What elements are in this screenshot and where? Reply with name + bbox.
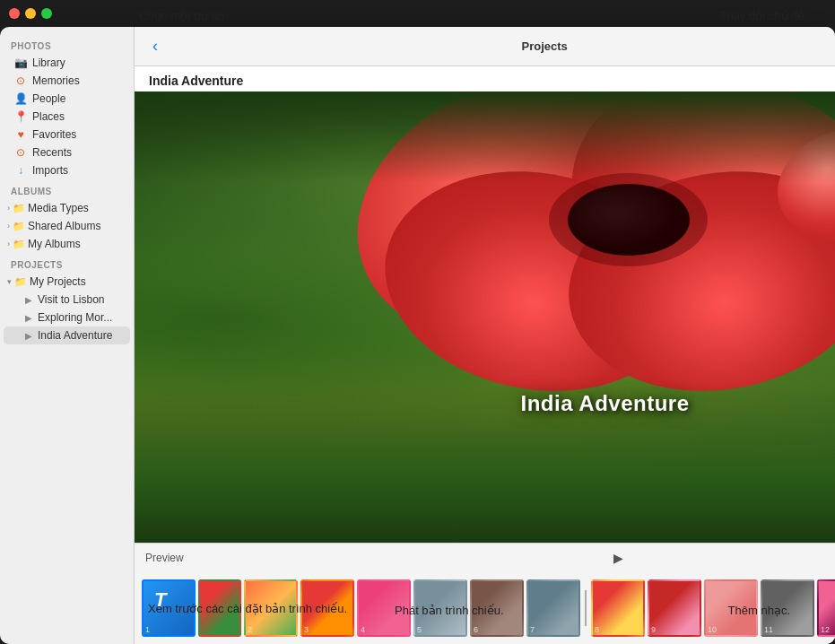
sidebar-label-exploring: Exploring Mor... bbox=[38, 311, 112, 324]
chevron-my-projects: ▾ bbox=[7, 277, 12, 286]
sidebar-group-my-projects[interactable]: ▾ 📁 My Projects bbox=[0, 273, 134, 291]
gap-line bbox=[585, 590, 587, 626]
sidebar-section-albums: Albums bbox=[0, 179, 134, 199]
preview-bar: Preview ▶ ↺ bbox=[135, 544, 835, 572]
sidebar-label-library: Library bbox=[32, 57, 65, 69]
sidebar-label-my-projects: My Projects bbox=[30, 275, 86, 288]
filmstrip-slide-1[interactable]: 1 bbox=[142, 579, 196, 637]
sidebar: Photos 📷 Library ⊙ Memories 👤 People 📍 P… bbox=[0, 27, 135, 644]
folder-icon-shared: 📁 bbox=[13, 221, 25, 232]
sidebar-label-my-albums: My Albums bbox=[28, 238, 81, 250]
sidebar-item-people[interactable]: 👤 People bbox=[4, 90, 130, 108]
main-content: ‹ Projects Export 🔍 India Adventure 44 s… bbox=[135, 27, 835, 644]
sidebar-label-people: People bbox=[32, 92, 65, 105]
fullscreen-button[interactable] bbox=[41, 8, 52, 19]
folder-icon-media: 📁 bbox=[13, 203, 25, 214]
filmstrip-slide-10[interactable]: 10 bbox=[704, 579, 758, 637]
sidebar-item-memories[interactable]: ⊙ Memories bbox=[4, 72, 130, 90]
gap-indicator bbox=[583, 579, 588, 637]
sidebar-item-favorites[interactable]: ♥ Favorites bbox=[4, 126, 130, 144]
places-icon: 📍 bbox=[14, 110, 27, 123]
slide-num-8: 8 bbox=[595, 625, 599, 634]
project-header: India Adventure 44 slides · 2:38m bbox=[135, 66, 835, 91]
minimize-button[interactable] bbox=[25, 8, 36, 19]
sidebar-label-lisbon: Visit to Lisbon bbox=[38, 293, 105, 306]
sidebar-section-photos: Photos bbox=[0, 34, 134, 54]
filmstrip-slide-1b[interactable] bbox=[198, 579, 241, 637]
slideshow-image: India Adventure bbox=[135, 91, 835, 543]
poppy-center bbox=[568, 184, 690, 256]
filmstrip-slide-3[interactable]: 3 bbox=[300, 579, 354, 637]
sidebar-item-exploring[interactable]: ▶ Exploring Mor... bbox=[4, 309, 130, 326]
titlebar bbox=[0, 0, 835, 27]
filmstrip-slide-9[interactable]: 9 bbox=[648, 579, 701, 637]
recents-icon: ⊙ bbox=[14, 146, 27, 159]
slide-num-9: 9 bbox=[651, 625, 656, 634]
slide-num-10: 10 bbox=[708, 625, 717, 634]
people-icon: 👤 bbox=[14, 92, 27, 105]
sidebar-label-places: Places bbox=[32, 110, 65, 123]
slideshow-icon-exploring: ▶ bbox=[25, 313, 32, 323]
folder-icon-projects: 📁 bbox=[14, 276, 27, 288]
sidebar-label-recents: Recents bbox=[32, 146, 72, 159]
library-icon: 📷 bbox=[14, 57, 27, 69]
sidebar-label-favorites: Favorites bbox=[32, 128, 76, 141]
filmstrip-slide-4[interactable]: 4 bbox=[357, 579, 411, 637]
slide-title-overlay: India Adventure bbox=[521, 391, 690, 416]
filmstrip-slide-11[interactable]: 11 bbox=[761, 579, 814, 637]
slideshow-icon-india: ▶ bbox=[25, 331, 32, 341]
play-button[interactable]: ▶ bbox=[607, 547, 629, 569]
foliage-top bbox=[135, 91, 835, 182]
toolbar-title: Projects bbox=[172, 39, 835, 53]
imports-icon: ↓ bbox=[14, 164, 27, 177]
slide-num-2: 2 bbox=[248, 625, 252, 634]
sidebar-group-my-albums[interactable]: › 📁 My Albums bbox=[0, 235, 134, 253]
project-title: India Adventure bbox=[149, 74, 243, 88]
preview-label[interactable]: Preview bbox=[145, 552, 184, 564]
slideshow-area: India Adventure bbox=[135, 91, 835, 543]
slide-num-4: 4 bbox=[361, 625, 365, 634]
slide-num-1: 1 bbox=[145, 625, 150, 634]
slide-num-11: 11 bbox=[764, 625, 773, 634]
sidebar-item-recents[interactable]: ⊙ Recents bbox=[4, 144, 130, 161]
sidebar-item-imports[interactable]: ↓ Imports bbox=[4, 161, 130, 179]
sidebar-item-visit-lisbon[interactable]: ▶ Visit to Lisbon bbox=[4, 291, 130, 309]
filmstrip-slide-12[interactable]: 12 bbox=[817, 579, 835, 637]
sidebar-label-imports: Imports bbox=[32, 164, 68, 177]
back-button[interactable]: ‹ bbox=[149, 37, 161, 56]
slide-num-6: 6 bbox=[474, 625, 478, 634]
sidebar-group-shared-albums[interactable]: › 📁 Shared Albums bbox=[0, 217, 134, 235]
sidebar-label-memories: Memories bbox=[32, 74, 80, 87]
close-button[interactable] bbox=[9, 8, 20, 19]
slide-num-7: 7 bbox=[530, 625, 535, 634]
slideshow-icon-lisbon: ▶ bbox=[25, 295, 32, 305]
bottom-area: Preview ▶ ↺ 1 2 3 bbox=[135, 543, 835, 644]
slide-num-12: 12 bbox=[821, 625, 830, 634]
slide-num-3: 3 bbox=[304, 625, 309, 634]
slide-num-5: 5 bbox=[417, 625, 422, 634]
sidebar-group-media-types[interactable]: › 📁 Media Types bbox=[0, 199, 134, 217]
filmstrip-slide-5[interactable]: 5 bbox=[413, 579, 467, 637]
favorites-icon: ♥ bbox=[14, 128, 27, 141]
sidebar-item-library[interactable]: 📷 Library bbox=[4, 54, 130, 72]
filmstrip-slide-6[interactable]: 6 bbox=[470, 579, 524, 637]
memories-icon: ⊙ bbox=[14, 74, 27, 87]
filmstrip-slide-8[interactable]: 8 bbox=[591, 579, 645, 637]
folder-icon-my-albums: 📁 bbox=[13, 239, 25, 250]
filmstrip: 1 2 3 4 5 6 7 bbox=[135, 572, 835, 644]
foliage-bottom bbox=[135, 385, 835, 543]
sidebar-section-projects: Projects bbox=[0, 253, 134, 273]
chevron-my-albums: › bbox=[7, 239, 10, 248]
filmstrip-slide-7[interactable]: 7 bbox=[526, 579, 580, 637]
sidebar-label-media-types: Media Types bbox=[28, 202, 89, 214]
sidebar-label-india: India Adventure bbox=[38, 329, 112, 342]
sidebar-item-india-adventure[interactable]: ▶ India Adventure bbox=[4, 326, 130, 344]
chevron-media-types: › bbox=[7, 204, 10, 213]
sidebar-label-shared-albums: Shared Albums bbox=[28, 220, 100, 232]
chevron-shared-albums: › bbox=[7, 222, 10, 231]
sidebar-item-places[interactable]: 📍 Places bbox=[4, 108, 130, 126]
filmstrip-slide-2[interactable]: 2 bbox=[244, 579, 298, 637]
toolbar: ‹ Projects Export 🔍 bbox=[135, 27, 835, 66]
